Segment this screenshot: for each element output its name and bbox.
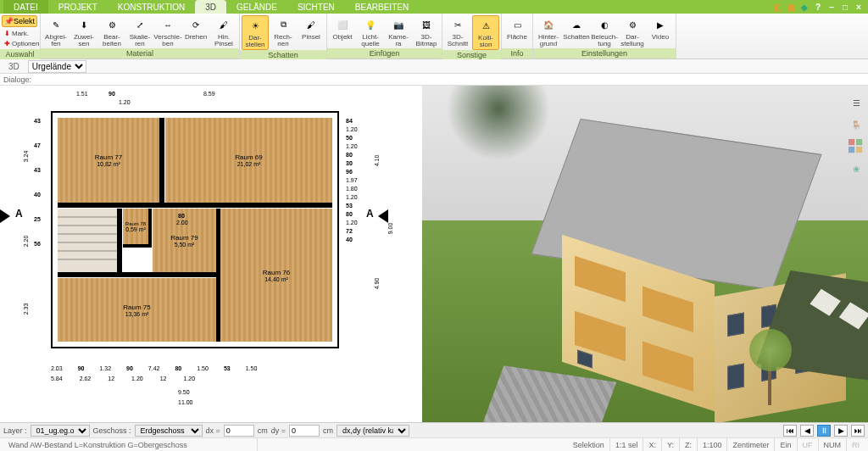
titlebar-icons: ◧ ▦ ◆ ? – □ × xyxy=(771,1,868,13)
ribbon-button[interactable]: ✂3D-Schnitt xyxy=(444,15,471,48)
close-icon[interactable]: × xyxy=(853,1,865,13)
dim: 1.20 xyxy=(131,376,143,381)
ribbon-button[interactable]: ⤢Skalie-ren xyxy=(126,15,153,48)
bottom-bar: Layer : 01_ug.eg.og Geschoss : Erdgescho… xyxy=(0,422,868,437)
terrain-select[interactable]: Urgelände xyxy=(28,60,86,73)
room[interactable]: Raum 78 0,59 m² xyxy=(123,209,148,244)
ribbon-button[interactable]: ☁Schatten xyxy=(563,15,590,42)
dim: 12 xyxy=(108,376,114,381)
ribbon-button[interactable]: ⚠Kolli-sion xyxy=(472,15,499,50)
dx-label: dx = xyxy=(206,426,220,435)
selekt-button[interactable]: 📌Selekt xyxy=(2,15,37,27)
section-marker: A xyxy=(366,208,374,220)
ribbon-button[interactable]: 🖌Hin.Pinsel xyxy=(210,15,237,48)
menu-gelaende[interactable]: GELÄNDE xyxy=(226,0,287,14)
dim: 53 xyxy=(224,365,231,371)
tool-icon: 📷 xyxy=(390,16,407,33)
tool-icon: 🖌 xyxy=(215,16,232,33)
dim: 2.03 xyxy=(51,365,63,371)
menu-3d[interactable]: 3D xyxy=(195,0,226,14)
materials-icon[interactable] xyxy=(848,138,865,155)
coord-mode-select[interactable]: dx,dy (relativ ka xyxy=(337,425,409,437)
dim: 30 xyxy=(346,160,358,166)
dx-input[interactable] xyxy=(224,425,254,437)
dy-label: dy = xyxy=(271,426,286,435)
ribbon-button[interactable]: ✎Abgrei-fen xyxy=(42,15,70,48)
ribbon-group-info: ▭Fläche Info xyxy=(502,14,533,58)
render-view[interactable]: ☰ 🪑 ❀ xyxy=(422,86,868,422)
nav-prev-icon[interactable]: ◀ xyxy=(800,425,814,437)
layer-select[interactable]: 01_ug.eg.og xyxy=(31,425,90,437)
ribbon-button[interactable]: 🏠Hinter-grund xyxy=(535,15,562,48)
dim-col: 434743402556 xyxy=(34,118,41,247)
layers-icon[interactable]: ☰ xyxy=(848,94,865,111)
view-tab[interactable]: 3D xyxy=(3,62,25,71)
ribbon-button[interactable]: ⧉Rech-nen xyxy=(270,15,297,48)
ribbon-button[interactable]: ⬜Objekt xyxy=(329,15,356,42)
furniture-icon[interactable]: 🪑 xyxy=(848,116,865,133)
wall xyxy=(58,203,332,208)
status-scale: 1:100 xyxy=(698,438,728,451)
dim: 90 xyxy=(126,365,133,371)
tool-icon: ⤢ xyxy=(131,16,148,33)
plan-view[interactable]: 1.51 90 8.59 1.20 Raum 77 10,82 m² Raum … xyxy=(0,86,422,422)
room[interactable]: Raum 75 13,36 m² xyxy=(58,278,216,342)
layer-label: Layer : xyxy=(3,426,27,435)
ribbon-group-sonstige: ✂3D-Schnitt⚠Kolli-sion Sonstige xyxy=(442,14,502,58)
nav-first-icon[interactable]: ⏮ xyxy=(783,425,797,437)
dim: 1.20 xyxy=(346,194,358,200)
svg-rect-6 xyxy=(849,139,854,145)
ribbon-button[interactable]: ⬇Zuwei-sen xyxy=(70,15,97,48)
room[interactable]: Raum 77 10,82 m² xyxy=(58,118,159,203)
ribbon-button[interactable]: 💡Licht-quelle xyxy=(357,15,384,48)
ribbon-button[interactable]: ↔Verschie-ben xyxy=(154,15,181,48)
status-unit: Zentimeter xyxy=(727,438,775,451)
ribbon-button[interactable]: ⚙Dar-stellung xyxy=(619,15,646,48)
menu-projekt[interactable]: PROJEKT xyxy=(48,0,108,14)
ribbon: 📌Selekt ⬇Mark. ✚Optionen Auswahl ✎Abgrei… xyxy=(0,14,868,59)
ribbon-button[interactable]: ☀Dar-stellen xyxy=(242,15,269,50)
nav-last-icon[interactable]: ⏭ xyxy=(851,425,865,437)
ribbon-button[interactable]: 📷Kame-ra xyxy=(385,15,412,48)
ribbon-button[interactable]: 🖌Pinsel xyxy=(298,15,325,42)
staircase[interactable] xyxy=(58,209,117,272)
dim: 25 xyxy=(34,216,41,222)
balcony xyxy=(643,342,693,392)
btn-label: Objekt xyxy=(332,34,352,41)
menu-sichten[interactable]: SICHTEN xyxy=(287,0,345,14)
menu-datei[interactable]: DATEI xyxy=(3,0,48,14)
minimize-icon[interactable]: – xyxy=(826,1,837,13)
menu-bearbeiten[interactable]: BEARBEITEN xyxy=(345,0,419,14)
tool-icon[interactable]: ◆ xyxy=(798,1,810,13)
help-icon[interactable]: ? xyxy=(812,1,824,13)
room[interactable]: Raum 69 21,02 m² xyxy=(165,118,332,203)
ribbon-button[interactable]: ⟳Drehen xyxy=(182,15,209,42)
plants-icon[interactable]: ❀ xyxy=(848,160,865,177)
ribbon-button[interactable]: ▶Video xyxy=(647,15,674,42)
mark-button[interactable]: ⬇Mark. xyxy=(1,29,32,38)
tool-icon[interactable]: ▦ xyxy=(785,1,797,13)
tool-icon: ✎ xyxy=(47,16,64,33)
menu-konstruktion[interactable]: KONSTRUKTION xyxy=(108,0,195,14)
wall xyxy=(117,209,122,272)
dim: 1.32 xyxy=(99,365,111,371)
optionen-button[interactable]: ✚Optionen xyxy=(1,39,42,48)
group-label: Material xyxy=(41,48,239,58)
room[interactable]: Raum 76 14,40 m² xyxy=(220,209,332,342)
dy-input[interactable] xyxy=(289,425,320,437)
nav-next-icon[interactable]: ▶ xyxy=(834,425,848,437)
geschoss-label: Geschoss : xyxy=(93,426,131,435)
btn-label: 3D-Bitmap xyxy=(416,34,437,47)
dim: 11.00 xyxy=(178,399,193,405)
geschoss-select[interactable]: Erdgeschoss xyxy=(135,425,203,437)
ribbon-button[interactable]: 🖼3D-Bitmap xyxy=(413,15,440,48)
ribbon-button[interactable]: ⚙Bear-beiten xyxy=(98,15,125,48)
dim: 1.20 xyxy=(346,143,358,149)
room-name: Raum 69 xyxy=(235,153,262,161)
maximize-icon[interactable]: □ xyxy=(839,1,851,13)
ribbon-button[interactable]: ▭Fläche xyxy=(504,15,531,42)
tool-icon[interactable]: ◧ xyxy=(771,1,783,13)
ribbon-button[interactable]: ◐Beleuch-tung xyxy=(591,15,618,48)
tool-icon: ↔ xyxy=(159,16,176,33)
nav-pause-icon[interactable]: ⏸ xyxy=(817,425,831,437)
